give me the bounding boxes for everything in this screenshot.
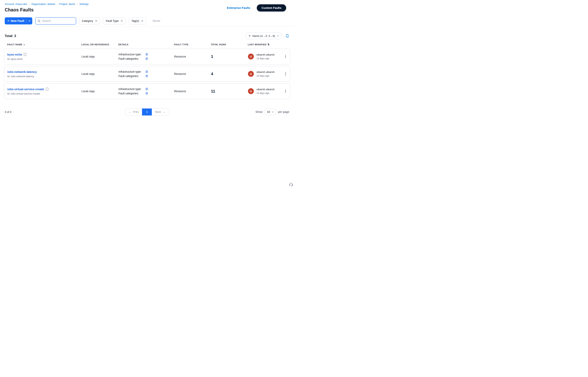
kubernetes-gear-icon: ⚙ [145,74,148,78]
refresh-button[interactable] [285,34,289,38]
reset-filters-link[interactable]: Reset [153,19,160,23]
local-or-reference-cell: Local copy [81,55,118,58]
row-menu-button[interactable] [284,54,287,59]
column-header-fault-name[interactable]: FAULT NAME ▲ [7,43,81,46]
page-size-group: Show 10 per page [255,108,289,115]
column-header-last-modified[interactable]: LAST MODIFIED ⇅ [248,43,278,46]
fault-name-link[interactable]: istio-virtual-service-create [7,87,44,91]
infrastructure-type-label: Infrastructure type: [118,87,142,91]
details-cell: Infrastructure type: ⚙ Fault categories:… [118,69,174,78]
kubernetes-gear-icon: ⚙ [145,53,148,56]
kubernetes-gear-icon: ⚙ [145,57,148,60]
fault-type-cell: Resource [174,90,211,93]
chevron-down-icon [277,35,279,37]
filter-category-label: Category [82,19,93,23]
custom-faults-button[interactable]: Custom Faults [257,4,286,12]
close-icon[interactable] [121,20,123,22]
total-runs-cell: 11 [211,89,248,94]
header-actions: Enterprise Faults Custom Faults [227,4,286,12]
chaos-faults-page: Account: chaos-dev › Organization: defau… [0,0,294,188]
page-header: Account: chaos-dev › Organization: defau… [0,0,294,15]
last-modified-cell: U utkarsh.utkarsh 13 days ago [248,53,281,60]
details-cell: Infrastructure type: ⚙ Fault categories:… [118,87,174,96]
doc-icon[interactable] [24,53,26,56]
local-or-reference-cell: Local copy [81,72,118,75]
prev-page-button[interactable]: ← Prev [125,108,142,115]
breadcrumb-separator-icon: › [29,2,30,5]
avatar: U [248,71,254,77]
fault-type-cell: Resource [174,55,211,58]
support-headset-icon[interactable] [289,182,293,187]
content-top: Total: 3 ⇅ Name (A→Z, 0→9) [5,33,289,39]
button-divider [26,19,26,23]
fault-name-link[interactable]: byoc-echo [7,53,22,56]
fault-id: Id: byoc-echo [7,58,81,60]
next-page-button[interactable]: Next → [152,108,169,115]
fault-name-cell: istio-network-latency Id: istio-network-… [7,70,81,78]
table-row: byoc-echo Id: byoc-echo Local copy Infra… [4,49,290,64]
row-menu-button[interactable] [284,88,287,94]
breadcrumb-organization[interactable]: Organization: default [32,2,55,6]
table-header-row: FAULT NAME ▲ LOCAL OR REFERENCE DETAILS … [4,43,290,46]
filter-category[interactable]: Category [79,17,100,24]
search-box [35,18,76,24]
sort-dropdown[interactable]: ⇅ Name (A→Z, 0→9) [246,33,282,39]
page-size-select[interactable]: 10 [265,108,276,115]
filter-tags-label: Tag(s) [131,19,139,23]
sort-asc-icon: ▲ [23,44,25,46]
new-fault-button[interactable]: + New Fault [5,17,32,24]
fault-table-body: byoc-echo Id: byoc-echo Local copy Infra… [4,49,290,99]
kubernetes-gear-icon: ⚙ [145,70,148,73]
column-header-details: DETAILS [118,43,174,46]
breadcrumb-separator-icon: › [57,2,58,5]
chevron-down-icon[interactable] [28,20,31,22]
fault-categories-label: Fault categories: [118,57,142,61]
fault-name-link[interactable]: istio-network-latency [7,70,37,73]
close-icon[interactable] [95,20,97,22]
modified-by: utkarsh.utkarsh [256,71,274,73]
fault-categories-label: Fault categories: [118,74,142,78]
search-input[interactable] [42,19,74,23]
local-or-reference-cell: Local copy [81,90,118,93]
fault-id: Id: istio-network-latency [7,75,81,78]
avatar: U [248,88,254,94]
per-page-label: per page [278,110,289,113]
total-runs-cell: 1 [211,54,248,59]
doc-icon[interactable] [46,88,48,91]
kubernetes-gear-icon: ⚙ [145,92,148,95]
arrow-right-icon: → [163,110,166,113]
modified-at: 13 days ago [256,92,274,94]
kubernetes-gear-icon: ⚙ [145,87,148,91]
row-menu-button[interactable] [284,71,287,77]
infrastructure-type-label: Infrastructure type: [118,52,142,56]
breadcrumb-settings[interactable]: Settings [79,2,89,6]
close-icon[interactable] [141,20,143,22]
modified-by: utkarsh.utkarsh [256,53,274,56]
modified-at: 13 days ago [256,74,274,77]
chevron-down-icon [271,111,274,113]
show-label: Show [255,110,262,113]
breadcrumb-project[interactable]: Project: demo [59,2,75,6]
filter-fault-type-label: Fault Type [106,19,119,23]
arrow-left-icon: ← [128,110,131,113]
fault-name-cell: istio-virtual-service-create Id: istio-v… [7,87,81,95]
search-icon [38,20,41,23]
avatar: U [248,54,254,59]
modified-by: utkarsh.utkarsh [256,88,274,91]
plus-icon: + [7,19,10,23]
column-header-fault-type: FAULT TYPE [174,43,211,46]
page-number-button[interactable]: 1 [142,108,152,115]
sort-dropdown-value: Name (A→Z, 0→9) [252,35,275,37]
filter-fault-type[interactable]: Fault Type [103,17,125,24]
enterprise-faults-link[interactable]: Enterprise Faults [227,6,250,10]
breadcrumb-account[interactable]: Account: chaos-dev [5,2,27,6]
page-size-value: 10 [267,110,270,113]
pagination-summary: 3 of 3 [5,110,11,113]
modified-at: 13 days ago [256,57,274,60]
content: Total: 3 ⇅ Name (A→Z, 0→9) [0,33,294,116]
total-count-label: Total: 3 [5,34,16,38]
column-header-local-or-reference: LOCAL OR REFERENCE [81,43,118,46]
filter-tags[interactable]: Tag(s) [129,17,146,24]
sort-updown-icon: ⇅ [267,43,270,46]
fault-name-cell: byoc-echo Id: byoc-echo [7,53,81,60]
